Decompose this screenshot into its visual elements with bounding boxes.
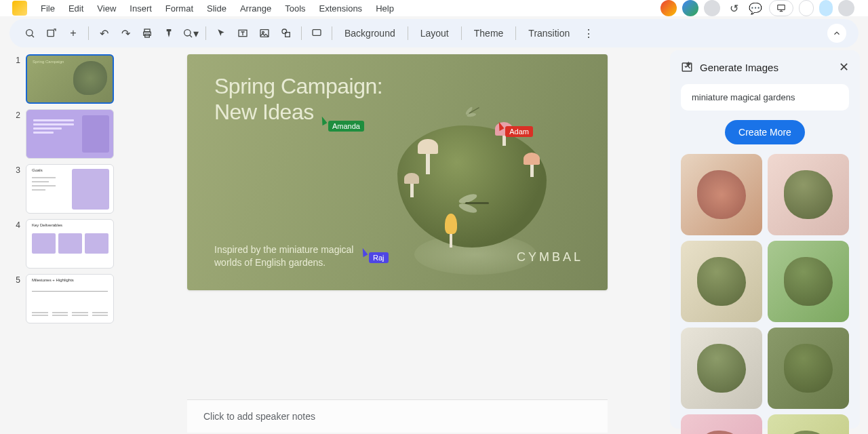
comment-icon[interactable]: 💬 [747, 0, 764, 16]
menu-file[interactable]: File [41, 3, 55, 14]
collaborator-avatar[interactable] [704, 0, 720, 16]
menu-view[interactable]: View [97, 3, 116, 14]
share-button-primary[interactable] [819, 0, 833, 16]
history-icon[interactable]: ↺ [726, 0, 742, 16]
speaker-notes[interactable]: Click to add speaker notes [187, 399, 608, 433]
add-icon[interactable]: + [65, 25, 81, 41]
slide-hero-image[interactable] [377, 85, 574, 275]
svg-point-1 [26, 30, 33, 36]
shape-icon[interactable] [278, 25, 294, 41]
layout-button[interactable]: Layout [415, 25, 454, 41]
print-icon[interactable] [139, 25, 155, 41]
canvas-area: Spring Campaign:New Ideas Inspired by th… [179, 50, 670, 434]
menu-arrange[interactable]: Arrange [240, 3, 271, 14]
collaborator-avatar[interactable] [660, 0, 677, 16]
transition-button[interactable]: Transition [523, 25, 575, 41]
thumb-title: Spring Campaign [33, 60, 64, 64]
thumb-title: Goals [32, 168, 43, 172]
menu-tools[interactable]: Tools [285, 3, 305, 14]
menu-insert[interactable]: Insert [130, 3, 152, 14]
svg-point-9 [262, 31, 264, 33]
generated-images-grid [681, 154, 849, 434]
slides-app-icon[interactable] [12, 1, 27, 16]
slide-subtitle[interactable]: Inspired by the miniature magical worlds… [214, 243, 363, 270]
slide-thumbnail-1[interactable]: Spring Campaign [26, 54, 114, 104]
comment-tool-icon[interactable] [309, 25, 325, 41]
search-icon[interactable] [22, 25, 38, 41]
zoom-icon[interactable]: ▾ [182, 25, 199, 41]
slide-thumbnail-3[interactable]: Goals [26, 164, 114, 214]
menu-extensions[interactable]: Extensions [319, 3, 363, 14]
slide-thumbnail-2[interactable] [26, 109, 114, 159]
generate-images-panel: Generate Images ✕ Create More [670, 50, 860, 429]
menu-slide[interactable]: Slide [207, 3, 226, 14]
create-more-button[interactable]: Create More [725, 120, 805, 144]
text-box-icon[interactable] [235, 25, 251, 41]
present-button[interactable] [769, 0, 793, 16]
theme-button[interactable]: Theme [469, 25, 509, 41]
generated-image-tile[interactable] [681, 241, 762, 322]
thumb-number: 3 [14, 164, 20, 214]
slide-thumbnails[interactable]: 1 Spring Campaign 2 3 Goals 4 Key [0, 50, 179, 434]
image-icon[interactable] [256, 25, 273, 41]
thumb-title: Key Deliverables [32, 223, 62, 227]
collaborator-avatar[interactable] [682, 0, 698, 16]
generated-image-tile[interactable] [681, 414, 762, 434]
svg-rect-0 [778, 5, 785, 9]
paint-format-icon[interactable] [161, 25, 177, 41]
collaborator-cursor-amanda: Amanda [320, 117, 364, 132]
menu-help[interactable]: Help [376, 3, 394, 14]
select-tool-icon[interactable] [213, 25, 229, 41]
header-right: ↺ 💬 [660, 0, 854, 16]
generated-image-tile[interactable] [681, 328, 762, 409]
thumb-number: 4 [14, 219, 20, 269]
account-avatar[interactable] [838, 0, 854, 16]
thumb-number: 2 [14, 109, 20, 159]
slide-canvas[interactable]: Spring Campaign:New Ideas Inspired by th… [187, 54, 608, 290]
background-button[interactable]: Background [339, 25, 401, 41]
generated-image-tile[interactable] [768, 414, 849, 434]
slide-thumbnail-4[interactable]: Key Deliverables [26, 219, 114, 269]
more-tools-icon[interactable]: ⋮ [580, 25, 597, 41]
share-button[interactable] [799, 0, 814, 16]
svg-rect-2 [47, 30, 54, 36]
toolbar: + ↶ ↷ ▾ Background Layout Theme Transiti… [9, 19, 859, 47]
sidebar-title: Generate Images [700, 62, 832, 73]
undo-icon[interactable]: ↶ [96, 25, 112, 41]
thumb-number: 1 [14, 54, 20, 104]
generate-image-icon [681, 61, 693, 73]
collaborator-cursor-raj: Raj [361, 248, 389, 263]
thumb-number: 5 [14, 274, 20, 323]
thumb-title: Milestones + Highlights [32, 278, 74, 282]
redo-icon[interactable]: ↷ [117, 25, 134, 41]
collaborator-cursor-adam: Adam [497, 122, 533, 137]
generated-image-tile[interactable] [768, 241, 849, 322]
svg-point-10 [282, 29, 287, 34]
image-prompt-input[interactable] [681, 84, 849, 111]
generated-image-tile[interactable] [768, 328, 849, 409]
generated-image-tile[interactable] [768, 154, 849, 235]
svg-rect-12 [313, 30, 321, 36]
new-slide-icon[interactable] [43, 25, 60, 41]
collapse-toolbar-icon[interactable] [827, 24, 846, 43]
slide-thumbnail-5[interactable]: Milestones + Highlights [26, 274, 114, 323]
menu-format[interactable]: Format [165, 3, 193, 14]
generated-image-tile[interactable] [681, 154, 762, 235]
close-icon[interactable]: ✕ [839, 60, 849, 75]
svg-point-6 [184, 30, 191, 36]
menu-edit[interactable]: Edit [68, 3, 83, 14]
